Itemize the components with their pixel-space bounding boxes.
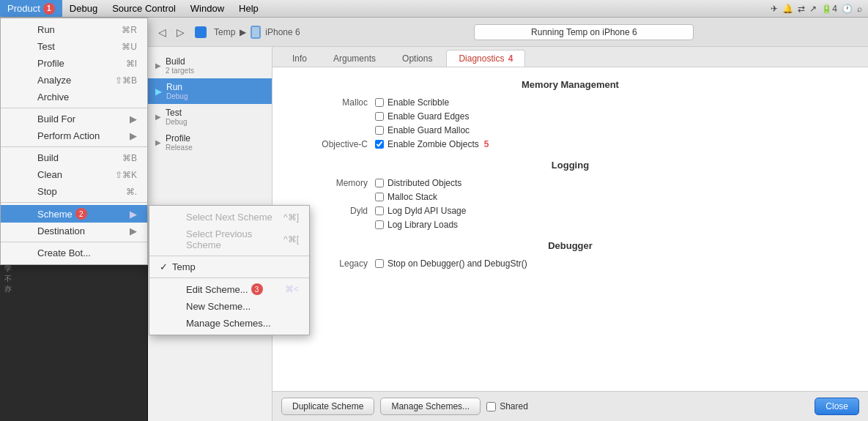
menu-build-for[interactable]: Build For ▶ [1, 111, 147, 127]
enable-guard-edges-row: Enable Guard Edges [287, 111, 853, 122]
enable-zombie-label: Enable Zombie Objects [387, 139, 479, 149]
memory-management-section: Memory Management Malloc Enable Scribble [287, 79, 853, 149]
scheme-profile-sub: Release [166, 144, 193, 152]
nav-next-btn[interactable]: ▷ [174, 25, 188, 40]
tab-options[interactable]: Options [390, 50, 445, 67]
tab-diagnostics[interactable]: Diagnostics 4 [446, 50, 525, 67]
malloc-stack-checkbox[interactable] [375, 193, 384, 201]
log-library-loads-checkbox[interactable] [375, 220, 384, 229]
submenu-prev-scheme[interactable]: Select Previous Scheme ^⌘[ [149, 226, 309, 253]
product-dropdown: Run ⌘R Test ⌘U Profile ⌘I Analyze ⇧⌘B Ar… [0, 18, 148, 265]
close-button[interactable]: Close [815, 398, 859, 415]
distributed-objects-label: Distributed Objects [387, 178, 461, 188]
log-library-loads-row: Log Library Loads [287, 220, 853, 230]
menu-clean[interactable]: Clean ⇧⌘K [1, 166, 147, 183]
badge-4: 4 [508, 53, 513, 64]
submenu-next-scheme[interactable]: Select Next Scheme ^⌘] [149, 209, 309, 226]
menu-analyze[interactable]: Analyze ⇧⌘B [1, 72, 147, 89]
logging-section: Logging Memory Distributed Objects [287, 160, 853, 230]
xcode-icon [195, 26, 207, 38]
menu-profile[interactable]: Profile ⌘I [1, 55, 147, 72]
submenu-divider-1 [149, 256, 309, 256]
menu-debug[interactable]: Debug [62, 0, 105, 17]
menu-build[interactable]: Build ⌘B [1, 149, 147, 166]
scheme-profile-label: Profile [166, 133, 190, 144]
badge-5: 5 [484, 139, 489, 149]
enable-scribble-label: Enable Scribble [387, 97, 449, 108]
scheme-run-sub: Debug [166, 92, 188, 100]
divider-1 [1, 108, 147, 108]
enable-scribble-checkbox[interactable] [375, 98, 384, 107]
menu-help[interactable]: Help [231, 0, 266, 17]
enable-zombie-checkbox[interactable] [375, 140, 384, 149]
log-dyld-api-row: Dyld Log Dyld API Usage [287, 206, 853, 216]
divider-3 [1, 202, 147, 203]
status-display [308, 24, 861, 40]
submenu-edit-scheme[interactable]: Edit Scheme... 3 ⌘< [149, 280, 309, 298]
scheme-test[interactable]: ▶ Test Debug [148, 104, 272, 130]
iphone-icon [251, 26, 261, 39]
log-dyld-api-checkbox[interactable] [375, 206, 384, 215]
breadcrumb: Temp ▶ iPhone 6 [195, 26, 300, 39]
scheme-profile[interactable]: ▶ Profile Release [148, 130, 272, 155]
send-icon: ✈ [771, 4, 778, 14]
scheme-detail: Info Arguments Options Diagnostics 4 [272, 47, 868, 421]
tab-arguments[interactable]: Arguments [321, 50, 388, 67]
battery-icon: 🔋4 [821, 4, 837, 14]
submenu-manage-schemes[interactable]: Manage Schemes... [149, 315, 309, 332]
nav-prev-btn[interactable]: ◁ [155, 25, 169, 40]
shared-checkbox[interactable] [486, 402, 496, 411]
stop-on-debugger-label: Stop on Debugger() and DebugStr() [387, 258, 527, 269]
menu-scheme[interactable]: Scheme 2 ▶ Select Next Scheme ^⌘] Select… [1, 205, 147, 223]
stop-on-debugger-checkbox[interactable] [375, 259, 384, 268]
menu-archive[interactable]: Archive [1, 89, 147, 105]
enable-zombie-row: Objective-C Enable Zombie Objects 5 [287, 139, 853, 149]
top-nav: ◁ ▷ Temp ▶ iPhone 6 [148, 18, 868, 47]
submenu-temp[interactable]: Temp [149, 258, 309, 275]
duplicate-scheme-button[interactable]: Duplicate Scheme [281, 398, 374, 415]
tab-info[interactable]: Info [280, 50, 319, 67]
menu-destination[interactable]: Destination ▶ [1, 223, 147, 239]
scheme-build-sub: 2 targets [166, 67, 194, 75]
menu-product[interactable]: Product 1 [0, 0, 62, 17]
bottom-bar: Duplicate Scheme Manage Schemes... Share… [272, 391, 868, 421]
divider-2 [1, 146, 147, 147]
menu-stop[interactable]: Stop ⌘. [1, 183, 147, 200]
memory-label: Memory [287, 178, 375, 188]
tab-bar: Info Arguments Options Diagnostics 4 [272, 47, 868, 67]
submenu-new-scheme[interactable]: New Scheme... [149, 298, 309, 315]
diagnostics-content: Memory Management Malloc Enable Scribble [272, 67, 868, 391]
scheme-test-sub: Debug [166, 118, 187, 126]
menu-create-bot[interactable]: Create Bot... [1, 245, 147, 261]
objective-c-label: Objective-C [287, 139, 375, 149]
memory-management-title: Memory Management [287, 79, 853, 90]
scheme-build[interactable]: ▶ Build 2 targets [148, 53, 272, 78]
menu-run[interactable]: Run ⌘R [1, 21, 147, 38]
malloc-stack-row: Malloc Stack [287, 192, 853, 202]
manage-schemes-button[interactable]: Manage Schemes... [380, 398, 481, 415]
scheme-build-label: Build [166, 56, 185, 67]
menu-source-control[interactable]: Source Control [105, 0, 183, 17]
distributed-objects-row: Memory Distributed Objects [287, 178, 853, 188]
submenu-divider-2 [149, 277, 309, 278]
debugger-title: Debugger [287, 240, 853, 251]
menu-window[interactable]: Window [183, 0, 231, 17]
distributed-objects-checkbox[interactable] [375, 179, 384, 187]
menu-test[interactable]: Test ⌘U [1, 38, 147, 55]
log-dyld-api-label: Log Dyld API Usage [387, 206, 466, 216]
breadcrumb-temp: Temp [214, 27, 235, 37]
malloc-label: Malloc [287, 97, 375, 108]
logging-title: Logging [287, 160, 853, 171]
scheme-run-label: Run [166, 82, 182, 92]
stop-on-debugger-row: Legacy Stop on Debugger() and DebugStr() [287, 258, 853, 269]
nav-icons: ◁ ▷ [155, 25, 188, 40]
menubar-right: ✈ 🔔 ⇄ ↗ 🔋4 🕐 ⌕ [771, 4, 868, 14]
scheme-run[interactable]: ▶ Run Debug [148, 78, 272, 104]
enable-guard-edges-checkbox[interactable] [375, 112, 384, 121]
enable-guard-malloc-checkbox[interactable] [375, 126, 384, 135]
status-input [474, 24, 694, 40]
notification-icon[interactable]: 🔔 [782, 4, 793, 14]
menu-perform-action[interactable]: Perform Action ▶ [1, 127, 147, 144]
spotlight-icon[interactable]: ⌕ [857, 4, 862, 14]
debugger-section: Debugger Legacy Stop on Debugger() and D… [287, 240, 853, 269]
